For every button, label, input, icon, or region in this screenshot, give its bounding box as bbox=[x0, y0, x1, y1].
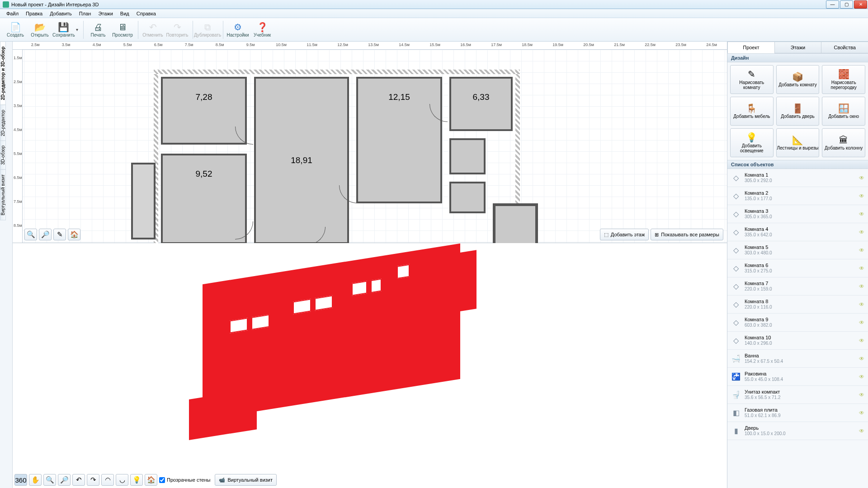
object-list-item[interactable]: ◇Комната 6315.0 x 275.0👁 bbox=[727, 259, 868, 277]
menu-item[interactable]: Файл bbox=[3, 10, 22, 17]
zoom-in-3d-button[interactable]: 🔎 bbox=[58, 474, 71, 486]
zoom-out-button[interactable]: 🔍 bbox=[24, 229, 37, 240]
menu-item[interactable]: План bbox=[75, 10, 95, 17]
room-4[interactable]: 6,33 bbox=[449, 77, 513, 131]
visibility-icon[interactable]: 👁 bbox=[859, 338, 864, 344]
rotate-left-button[interactable]: ↶ bbox=[72, 474, 85, 486]
object-list-item[interactable]: ◇Комната 8220.0 x 116.0👁 bbox=[727, 296, 868, 314]
design-tool-button[interactable]: 🪟Добавить окно bbox=[822, 97, 865, 126]
menu-item[interactable]: Справка bbox=[133, 10, 160, 17]
right-tab[interactable]: Проект bbox=[727, 42, 775, 53]
right-tab[interactable]: Свойства bbox=[821, 42, 868, 53]
design-tool-button[interactable]: 🏛Добавить колонну bbox=[822, 128, 865, 157]
maximize-button[interactable]: ▢ bbox=[840, 0, 853, 9]
object-list-item[interactable]: 🚰Раковина55.0 x 45.0 x 108.4👁 bbox=[727, 368, 868, 386]
show-dimensions-button[interactable]: ⊞Показывать все размеры bbox=[651, 229, 723, 240]
design-tool-button[interactable]: 📐Лестницы и вырезы bbox=[776, 128, 820, 157]
print-button[interactable]: 🖨Печать bbox=[86, 19, 110, 41]
left-tab[interactable]: 3D-обзор bbox=[0, 141, 6, 170]
tilt-up-button[interactable]: ◠ bbox=[101, 474, 114, 486]
light-button[interactable]: 💡 bbox=[130, 474, 143, 486]
visibility-icon[interactable]: 👁 bbox=[859, 193, 864, 199]
add-floor-button[interactable]: ⬚Добавить этаж bbox=[600, 229, 649, 240]
visibility-icon[interactable]: 👁 bbox=[859, 319, 864, 326]
menu-item[interactable]: Вид bbox=[117, 10, 133, 17]
visibility-icon[interactable]: 👁 bbox=[859, 428, 864, 434]
rotate360-button[interactable]: 360 bbox=[14, 474, 27, 486]
undo-button[interactable]: ↶Отменить bbox=[141, 19, 165, 41]
visibility-icon[interactable]: 👁 bbox=[859, 374, 864, 380]
room-2[interactable]: 18,91 bbox=[254, 77, 349, 244]
visibility-icon[interactable]: 👁 bbox=[859, 392, 864, 398]
design-tool-icon: 🪟 bbox=[838, 103, 849, 114]
object-list-item[interactable]: ◇Комната 10140.0 x 296.0👁 bbox=[727, 332, 868, 350]
home-button[interactable]: 🏠 bbox=[68, 229, 80, 240]
visibility-icon[interactable]: 👁 bbox=[859, 265, 864, 272]
view-3d[interactable]: 360 ✋ 🔍 🔎 ↶ ↷ ◠ ◡ 💡 🏠 Прозрачные стены 📹… bbox=[13, 243, 727, 488]
close-button[interactable]: ✕ bbox=[854, 0, 867, 9]
visibility-icon[interactable]: 👁 bbox=[859, 410, 864, 416]
design-tool-button[interactable]: 🧱Нарисовать перегородку bbox=[822, 65, 865, 94]
tilt-down-button[interactable]: ◡ bbox=[116, 474, 128, 486]
home-3d-button[interactable]: 🏠 bbox=[145, 474, 157, 486]
preview-button[interactable]: 🖥Просмотр bbox=[111, 19, 134, 41]
help-icon: ❓ bbox=[256, 22, 269, 33]
object-list[interactable]: ◇Комната 1305.0 x 292.0👁◇Комната 2135.0 … bbox=[727, 169, 868, 488]
object-list-item[interactable]: ◇Комната 3305.0 x 365.0👁 bbox=[727, 205, 868, 223]
design-tool-button[interactable]: 📦Добавить комнату bbox=[776, 65, 820, 94]
object-list-item[interactable]: ◧Газовая плита51.0 x 62.1 x 86.9👁 bbox=[727, 404, 868, 422]
open-button[interactable]: 📂Открыть bbox=[28, 19, 52, 41]
left-tab[interactable]: 2D-редактор bbox=[0, 105, 6, 141]
menu-item[interactable]: Добавить bbox=[46, 10, 75, 17]
minimize-button[interactable]: — bbox=[826, 0, 839, 9]
left-tab[interactable]: Виртуальный визит bbox=[0, 169, 6, 221]
right-tab[interactable]: Этажи bbox=[774, 42, 822, 53]
tutorial-button[interactable]: ❓Учебник bbox=[250, 19, 274, 41]
visibility-icon[interactable]: 👁 bbox=[859, 301, 864, 308]
measure-button[interactable]: ✎ bbox=[53, 229, 66, 240]
room-small-1[interactable] bbox=[449, 138, 486, 174]
save-button[interactable]: 💾Сохранить ▾ bbox=[52, 19, 80, 41]
transparent-walls-input[interactable] bbox=[159, 477, 165, 483]
create-button[interactable]: 📄Создать bbox=[4, 19, 27, 41]
plan-2d-view[interactable]: 1.5м2.5м3.5м4.5м5.5м6.5м7.5м8.5м 7,28 9,… bbox=[13, 50, 727, 243]
object-list-item[interactable]: ◇Комната 4335.0 x 642.0👁 bbox=[727, 223, 868, 241]
design-tool-button[interactable]: 🪑Добавить мебель bbox=[730, 97, 774, 126]
save-dropdown-icon[interactable]: ▾ bbox=[76, 27, 80, 32]
room-1[interactable]: 7,28 bbox=[161, 77, 247, 145]
pan-button[interactable]: ✋ bbox=[29, 474, 42, 486]
object-list-item[interactable]: ▮Дверь100.0 x 15.0 x 200.0👁 bbox=[727, 422, 868, 440]
ruler-tick: 15.5м bbox=[429, 42, 440, 47]
duplicate-button[interactable]: ⧉Дублировать bbox=[196, 19, 219, 41]
object-list-item[interactable]: ◇Комната 7220.0 x 159.0👁 bbox=[727, 277, 868, 296]
left-tab[interactable]: 2D-редактор и 3D-обзор bbox=[0, 42, 6, 105]
zoom-in-button[interactable]: 🔎 bbox=[39, 229, 52, 240]
visibility-icon[interactable]: 👁 bbox=[859, 175, 864, 181]
floorplan-canvas[interactable]: 7,28 9,52 18,91 12,15 6,33 bbox=[23, 50, 727, 243]
visibility-icon[interactable]: 👁 bbox=[859, 229, 864, 235]
object-list-item[interactable]: 🚽Унитаз компакт35.6 x 56.5 x 71.2👁 bbox=[727, 386, 868, 404]
visibility-icon[interactable]: 👁 bbox=[859, 211, 864, 217]
visibility-icon[interactable]: 👁 bbox=[859, 247, 864, 253]
visibility-icon[interactable]: 👁 bbox=[859, 356, 864, 362]
object-list-item[interactable]: ◇Комната 2135.0 x 177.0👁 bbox=[727, 187, 868, 205]
menu-item[interactable]: Правка bbox=[22, 10, 46, 17]
settings-button[interactable]: ⚙Настройки bbox=[226, 19, 250, 41]
room-extra[interactable] bbox=[493, 203, 538, 249]
rotate-right-button[interactable]: ↷ bbox=[87, 474, 99, 486]
design-tool-button[interactable]: ✎Нарисовать комнату bbox=[730, 65, 774, 94]
object-list-item[interactable]: ◇Комната 1305.0 x 292.0👁 bbox=[727, 169, 868, 187]
virtual-visit-button[interactable]: 📹Виртуальный визит bbox=[215, 474, 277, 486]
design-tool-button[interactable]: 🚪Добавить дверь bbox=[776, 97, 820, 126]
room-small-2[interactable] bbox=[449, 182, 486, 213]
design-tool-button[interactable]: 💡Добавить освещение bbox=[730, 128, 774, 157]
zoom-out-3d-button[interactable]: 🔍 bbox=[43, 474, 56, 486]
object-list-item[interactable]: 🛁Ванна154.2 x 67.5 x 50.4👁 bbox=[727, 350, 868, 368]
visibility-icon[interactable]: 👁 bbox=[859, 283, 864, 290]
room-3[interactable]: 12,15 bbox=[356, 77, 442, 203]
object-list-item[interactable]: ◇Комната 5303.0 x 480.0👁 bbox=[727, 241, 868, 259]
menu-item[interactable]: Этажи bbox=[94, 10, 116, 17]
transparent-walls-checkbox[interactable]: Прозрачные стены bbox=[159, 477, 210, 483]
redo-button[interactable]: ↷Повторить bbox=[165, 19, 189, 41]
object-list-item[interactable]: ◇Комната 9603.0 x 382.0👁 bbox=[727, 314, 868, 332]
